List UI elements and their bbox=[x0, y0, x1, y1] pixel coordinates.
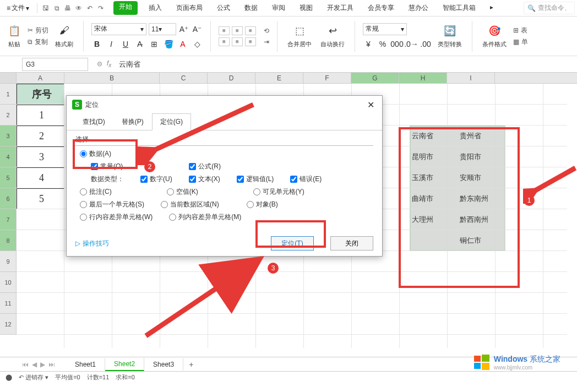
tab-view[interactable]: 视图 bbox=[296, 1, 316, 15]
sheet-tab-3[interactable]: Sheet3 bbox=[144, 358, 183, 371]
tab-devtools[interactable]: 开发工具 bbox=[324, 1, 357, 15]
cell-G4[interactable]: 昆明市 bbox=[410, 146, 458, 167]
dialog-tab-goto[interactable]: 定位(G) bbox=[152, 113, 191, 130]
sheet-nav-first-icon[interactable]: ⏮ bbox=[22, 361, 29, 368]
col-C[interactable]: C bbox=[160, 73, 208, 83]
tab-insert[interactable]: 插入 bbox=[145, 1, 165, 15]
format-painter-button[interactable]: 🖌 格式刷 bbox=[53, 23, 75, 50]
sheet-tab-2[interactable]: Sheet2 bbox=[105, 358, 144, 371]
row-3[interactable]: 3 bbox=[0, 126, 17, 146]
col-F[interactable]: F bbox=[303, 73, 351, 83]
cell-A1[interactable]: 序号 bbox=[17, 84, 64, 105]
font-color-button[interactable]: A bbox=[177, 39, 188, 50]
undo-icon[interactable]: ↶ bbox=[85, 3, 95, 13]
col-B[interactable]: B bbox=[64, 73, 160, 83]
cell-G5[interactable]: 玉溪市 bbox=[410, 167, 458, 188]
tab-review[interactable]: 审阅 bbox=[269, 1, 288, 15]
cell-H6[interactable]: 黔东南州 bbox=[458, 188, 505, 209]
alignment-buttons[interactable]: ≡≡≡≡≡≡ bbox=[219, 26, 256, 46]
cell-A5[interactable]: 4 bbox=[17, 167, 64, 188]
row-2[interactable]: 2 bbox=[0, 105, 17, 126]
underline-button[interactable]: U bbox=[120, 39, 131, 50]
sheet-nav-next-icon[interactable]: ▶ bbox=[40, 361, 45, 368]
col-A[interactable]: A bbox=[17, 73, 64, 83]
cell-A2[interactable]: 1 bbox=[17, 105, 64, 126]
redo-icon[interactable]: ↷ bbox=[96, 3, 106, 13]
print-icon[interactable]: 🖶 bbox=[63, 3, 73, 13]
undo-redo-label[interactable]: ↶ 进销存 ▾ bbox=[19, 373, 48, 382]
cell-H7[interactable]: 黔西南州 bbox=[458, 209, 505, 230]
font-size-select[interactable]: 11 ▾ bbox=[149, 23, 176, 35]
opt-visible[interactable]: 可见单元格(Y) bbox=[253, 187, 304, 197]
record-icon[interactable]: ⬤ bbox=[6, 374, 12, 381]
close-button[interactable]: 关闭 bbox=[330, 236, 373, 251]
command-search[interactable]: 🔍 查找命令、 bbox=[524, 2, 575, 14]
cell-A4[interactable]: 3 bbox=[17, 146, 64, 167]
col-G[interactable]: G bbox=[351, 73, 399, 83]
cell-H4[interactable]: 贵阳市 bbox=[458, 146, 505, 167]
select-all-corner[interactable] bbox=[0, 73, 17, 83]
tab-pagelayout[interactable]: 页面布局 bbox=[173, 1, 206, 15]
sheet-nav-prev-icon[interactable]: ◀ bbox=[32, 361, 37, 368]
strikethrough-button[interactable]: A̶ bbox=[134, 39, 145, 50]
sheet-tab-1[interactable]: Sheet1 bbox=[66, 358, 105, 371]
row-9[interactable]: 9 bbox=[0, 251, 17, 272]
italic-button[interactable]: I bbox=[106, 39, 117, 50]
opt-number[interactable]: 数字(U) bbox=[140, 175, 172, 184]
tab-home[interactable]: 开始 bbox=[113, 1, 138, 15]
border-button[interactable]: ⊞ bbox=[149, 39, 160, 50]
dialog-tab-find[interactable]: 查找(D) bbox=[74, 113, 113, 130]
fx-icon[interactable]: fx bbox=[107, 59, 111, 68]
bold-button[interactable]: B bbox=[91, 39, 102, 50]
locate-button[interactable]: 定位(T) bbox=[271, 236, 314, 251]
col-I[interactable]: I bbox=[447, 73, 495, 83]
opt-object[interactable]: 对象(B) bbox=[247, 200, 278, 209]
col-H[interactable]: H bbox=[399, 73, 447, 83]
copy-button[interactable]: ⧉复制 bbox=[28, 37, 48, 47]
cell-H5[interactable]: 安顺市 bbox=[458, 167, 505, 188]
file-menu[interactable]: ≡ 文件 ▾ bbox=[2, 2, 34, 14]
merge-center-button[interactable]: ⬚ 合并居中 bbox=[285, 23, 314, 50]
tab-more[interactable]: ▸ bbox=[487, 1, 497, 15]
number-format-select[interactable]: 常规▾ bbox=[363, 23, 407, 35]
opt-logical[interactable]: 逻辑值(L) bbox=[237, 175, 274, 184]
row-10[interactable]: 10 bbox=[0, 272, 17, 293]
cell-G7[interactable]: 大理州 bbox=[410, 209, 458, 230]
sheet-nav-last-icon[interactable]: ⏭ bbox=[48, 361, 55, 368]
type-convert-button[interactable]: 🔄 类型转换 bbox=[436, 23, 464, 50]
opt-constant[interactable]: 常量(O) bbox=[91, 162, 123, 171]
row-11[interactable]: 11 bbox=[0, 293, 17, 314]
close-icon[interactable]: ✕ bbox=[365, 100, 377, 110]
tab-data[interactable]: 数据 bbox=[241, 1, 261, 15]
row-7[interactable]: 7 bbox=[0, 209, 17, 230]
opt-rowdiff[interactable]: 行内容差异单元格(W) bbox=[80, 213, 153, 222]
cell-H3[interactable]: 贵州省 bbox=[458, 126, 505, 146]
conditional-format-button[interactable]: 🎯 条件格式 bbox=[480, 23, 509, 50]
opt-error[interactable]: 错误(E) bbox=[290, 175, 322, 184]
percent-button[interactable]: % bbox=[377, 39, 388, 50]
cell-A3[interactable]: 2 bbox=[17, 126, 64, 146]
opt-text[interactable]: 文本(X) bbox=[189, 175, 220, 184]
cell-G8[interactable] bbox=[410, 230, 458, 251]
opt-blank[interactable]: 空值(K) bbox=[167, 187, 198, 197]
clear-format-button[interactable]: ◇ bbox=[192, 39, 203, 50]
increase-decimal-button[interactable]: .0→ bbox=[406, 39, 417, 50]
dialog-tab-replace[interactable]: 替换(P) bbox=[113, 113, 152, 130]
wrap-text-button[interactable]: ↩ 自动换行 bbox=[318, 23, 347, 50]
tips-link[interactable]: ▷ 操作技巧 bbox=[75, 239, 109, 248]
cut-button[interactable]: ✂剪切 bbox=[28, 26, 48, 35]
paste-button[interactable]: 📋 粘贴 bbox=[6, 23, 23, 50]
indent-button[interactable]: ⇥ bbox=[264, 38, 269, 46]
preview-icon[interactable]: 👁 bbox=[74, 3, 84, 13]
tab-formulas[interactable]: 公式 bbox=[214, 1, 233, 15]
cell-style-button[interactable]: ▦ 单 bbox=[513, 37, 528, 47]
cell-G6[interactable]: 曲靖市 bbox=[410, 188, 458, 209]
opt-formula[interactable]: 公式(R) bbox=[189, 162, 221, 171]
decrease-font-icon[interactable]: A⁻ bbox=[192, 24, 203, 35]
currency-button[interactable]: ¥ bbox=[363, 39, 374, 50]
name-box[interactable]: G3 bbox=[22, 58, 88, 71]
font-name-select[interactable]: 宋体▾ bbox=[91, 23, 146, 35]
decrease-decimal-button[interactable]: .00 bbox=[420, 39, 431, 50]
cell-A6[interactable]: 5 bbox=[17, 188, 64, 209]
tab-vip[interactable]: 会员专享 bbox=[364, 1, 398, 15]
